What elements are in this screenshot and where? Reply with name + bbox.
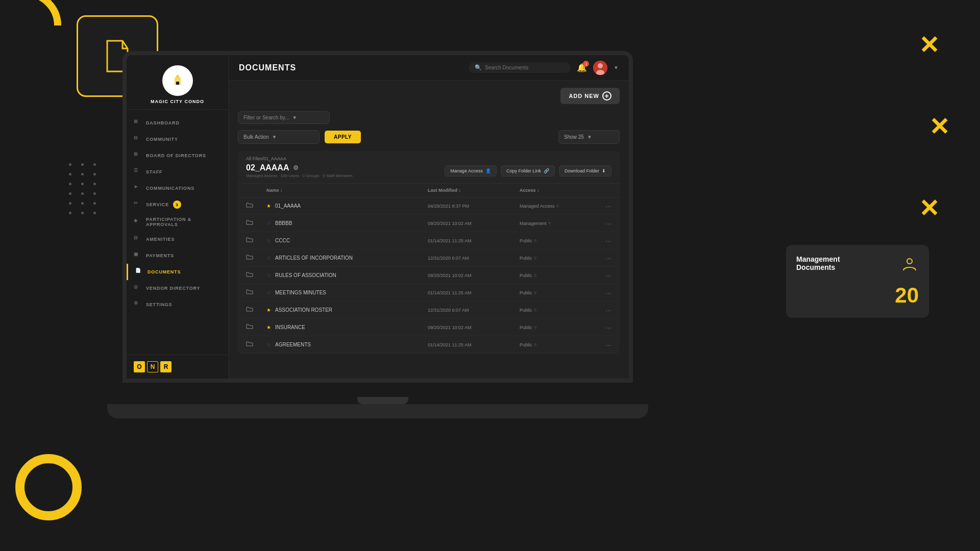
org-logo <box>162 65 193 96</box>
folder-settings-icon[interactable]: ⚙ <box>293 164 299 171</box>
star-icon[interactable]: ☆ <box>266 238 271 243</box>
row-date-cell: 01/14/2021 11:25 AM <box>428 342 520 347</box>
bulk-action-select[interactable]: Bulk Action ▼ <box>238 130 320 144</box>
search-input[interactable] <box>485 65 561 70</box>
folder-icon <box>246 219 266 228</box>
col-modified-header[interactable]: Last Modified ↕ <box>428 188 520 193</box>
add-new-button[interactable]: ADD NEW + <box>560 88 620 104</box>
table-row: ★ ASSOCIATION ROSTER 12/31/2020 6:07 AM … <box>238 302 620 319</box>
folder-icon <box>246 271 266 280</box>
sidebar-item-dashboard[interactable]: ⊞ DASHBOARD <box>127 115 228 131</box>
star-icon[interactable]: ☆ <box>266 272 271 278</box>
star-icon[interactable]: ☆ <box>266 220 271 226</box>
download-folder-button[interactable]: Download Folder ⬇ <box>559 165 611 177</box>
sidebar-item-service[interactable]: ✂ SERVICE 3 <box>127 196 228 213</box>
sidebar-item-label: SETTINGS <box>146 302 172 307</box>
sidebar-item-participation[interactable]: ◈ PARTICIPATION & APPROVALS <box>127 213 228 231</box>
row-more-menu[interactable]: ··· <box>596 254 611 262</box>
row-name[interactable]: ARTICLES OF INCORPORATION <box>275 255 353 261</box>
star-icon[interactable]: ★ <box>266 324 271 330</box>
page-title: DOCUMENTS <box>239 63 462 72</box>
star-icon[interactable]: ☆ <box>266 255 271 261</box>
sidebar-item-communications[interactable]: ➤ COMMUNICATIONS <box>127 180 228 196</box>
notification-badge: 1 <box>583 61 589 67</box>
star-icon[interactable]: ☆ <box>266 342 271 347</box>
row-name[interactable]: MEETINGS MINUTES <box>275 290 326 295</box>
table-row: ☆ RULES OF ASSOCIATION 09/20/2021 10:02 … <box>238 267 620 284</box>
brand-letter-r: R <box>160 361 172 372</box>
row-more-menu[interactable]: ··· <box>596 202 611 210</box>
sidebar-item-label: DOCUMENTS <box>148 269 181 274</box>
star-icon[interactable]: ☆ <box>266 290 271 295</box>
row-more-menu[interactable]: ··· <box>596 219 611 228</box>
row-more-menu[interactable]: ··· <box>596 271 611 280</box>
row-access-label: Public <box>520 238 532 243</box>
row-access-cell: Public 0 <box>520 256 596 261</box>
row-more-menu[interactable]: ··· <box>596 323 611 332</box>
col-name-header[interactable]: Name ↕ <box>266 188 428 193</box>
sidebar-item-board[interactable]: ⊞ BOARD OF DIRECTORS <box>127 147 228 164</box>
table-row: ☆ AGREEMENTS 01/14/2021 11:25 AM Public … <box>238 336 620 354</box>
col-access-header[interactable]: Access ↕ <box>520 188 596 193</box>
vendor-icon: ◎ <box>134 284 142 292</box>
org-name: MAGIC CITY CONDO <box>151 99 204 104</box>
row-access-cell: Public 0 <box>520 290 596 295</box>
table-header: Name ↕ Last Modified ↕ Access ↕ <box>238 184 620 197</box>
management-documents-card: Management Documents 20 <box>786 245 929 318</box>
row-name[interactable]: 01_AAAAA <box>275 203 301 209</box>
row-name[interactable]: BBBBB <box>275 220 292 226</box>
row-date-cell: 12/31/2020 6:07 AM <box>428 308 520 313</box>
brand-letter-o: O <box>134 361 145 372</box>
row-name[interactable]: CCCC <box>275 238 290 243</box>
filter-label: Filter or Search by... <box>243 115 289 120</box>
bg-x-decoration-1: ✕ <box>919 31 939 59</box>
search-box[interactable]: 🔍 <box>469 62 571 73</box>
sidebar-item-vendor[interactable]: ◎ VENDOR DIRECTORY <box>127 280 228 296</box>
sidebar-item-payments[interactable]: ▣ PAYMENTS <box>127 247 228 264</box>
folder-icon <box>246 254 266 262</box>
sidebar-item-label: AMENITIES <box>146 237 175 242</box>
row-name[interactable]: AGREEMENTS <box>275 342 311 347</box>
sidebar-item-label: PARTICIPATION & APPROVALS <box>146 217 221 227</box>
row-name-cell: ★ 01_AAAAA <box>266 203 428 209</box>
sidebar-nav: ⊞ DASHBOARD ⊟ COMMUNITY ⊞ BOARD OF DIREC… <box>127 110 228 355</box>
sidebar-item-staff[interactable]: ☰ STAFF <box>127 164 228 180</box>
sidebar-item-community[interactable]: ⊟ COMMUNITY <box>127 131 228 147</box>
row-date: 01/14/2021 11:25 AM <box>428 290 472 295</box>
copy-folder-link-button[interactable]: Copy Folder Link 🔗 <box>501 165 555 177</box>
star-icon[interactable]: ★ <box>266 203 271 209</box>
sidebar-item-settings[interactable]: ⚙ SETTINGS <box>127 296 228 313</box>
bg-x-decoration-3: ✕ <box>919 194 939 222</box>
row-more-menu[interactable]: ··· <box>596 289 611 297</box>
row-name-cell: ☆ RULES OF ASSOCIATION <box>266 272 428 278</box>
show-count-select[interactable]: Show 25 ▼ <box>558 130 620 144</box>
row-more-menu[interactable]: ··· <box>596 341 611 349</box>
apply-button[interactable]: APPLY <box>325 131 361 143</box>
sidebar-item-amenities[interactable]: ⊟ AMENITIES <box>127 231 228 247</box>
sidebar-logo: MAGIC CITY CONDO <box>127 55 228 110</box>
row-name[interactable]: ASSOCIATION ROSTER <box>275 307 332 313</box>
star-icon[interactable]: ★ <box>266 307 271 313</box>
row-more-menu[interactable]: ··· <box>596 306 611 314</box>
row-name[interactable]: INSURANCE <box>275 324 305 330</box>
table-row: ☆ CCCC 01/14/2021 11:25 AM Public 0 ··· <box>238 232 620 249</box>
row-name-cell: ☆ AGREEMENTS <box>266 342 428 347</box>
row-access-cell: Public 0 <box>520 273 596 278</box>
table-row: ☆ ARTICLES OF INCORPORATION 12/31/2020 6… <box>238 249 620 267</box>
link-icon: 🔗 <box>544 168 549 173</box>
user-dropdown-icon[interactable]: ▼ <box>614 65 619 70</box>
row-more-menu[interactable]: ··· <box>596 237 611 245</box>
row-date-cell: 04/20/2021 8:37 PM <box>428 204 520 209</box>
bg-arc-decoration <box>0 0 61 61</box>
folder-section: All Files/01_AAAAA 02_AAAAA ⚙ Managed Ac… <box>238 151 620 354</box>
manage-access-button[interactable]: Manage Access 👤 <box>445 165 497 177</box>
notification-bell[interactable]: 🔔 1 <box>577 63 587 72</box>
row-access-cell: Management 0 <box>520 221 596 226</box>
user-avatar[interactable] <box>593 61 607 75</box>
sidebar-item-documents[interactable]: 📄 DOCUMENTS <box>127 264 228 280</box>
copy-folder-link-label: Copy Folder Link <box>506 168 541 173</box>
bg-circle-decoration <box>15 454 82 520</box>
filter-select[interactable]: Filter or Search by... ▼ <box>238 111 330 124</box>
row-name[interactable]: RULES OF ASSOCIATION <box>275 272 336 278</box>
access-count: 0 <box>557 204 559 208</box>
